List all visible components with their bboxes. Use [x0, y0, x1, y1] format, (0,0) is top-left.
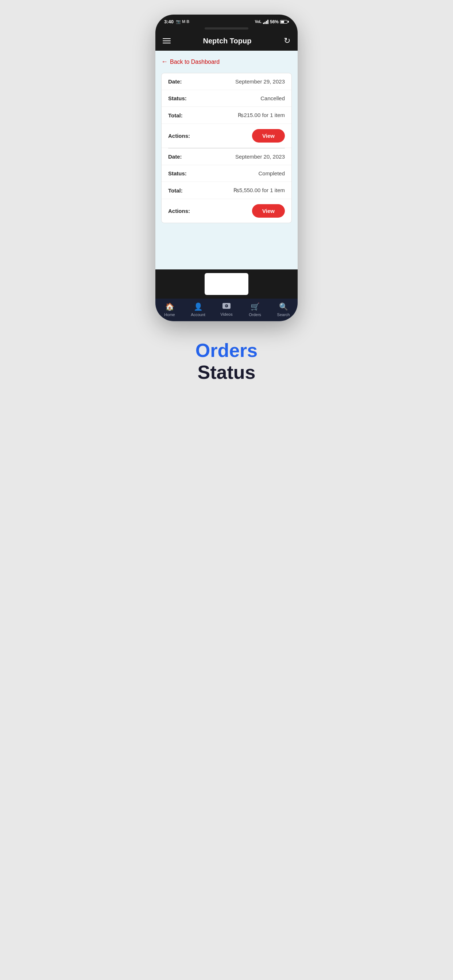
order-2-actions-label: Actions: [168, 208, 190, 214]
refresh-button[interactable]: ↻ [284, 36, 290, 46]
order-item-2: Date: September 20, 2023 Status: Complet… [161, 148, 292, 223]
order-2-total-label: Total: [168, 188, 183, 194]
order-1-total-row: Total: ₨215.00 for 1 item [161, 107, 292, 124]
nav-home-label: Home [164, 312, 175, 317]
account-icon: 👤 [194, 302, 203, 311]
status-bar: 3:40 📷 M B VoL 56% [155, 14, 298, 27]
order-1-actions-label: Actions: [168, 133, 190, 139]
order-1-status-value: Cancelled [260, 95, 285, 101]
card-peek [205, 273, 248, 295]
order-2-actions-row: Actions: View [161, 199, 292, 223]
battery-percentage: 56% [270, 19, 279, 24]
order-2-status-row: Status: Completed [161, 165, 292, 182]
orders-card: Date: September 29, 2023 Status: Cancell… [161, 73, 292, 223]
nav-orders-label: Orders [249, 312, 261, 317]
signal-bars [263, 20, 268, 24]
back-link-label: Back to Dashboard [170, 59, 220, 65]
app-bar: Neptch Topup ↻ [155, 31, 298, 51]
order-1-view-button[interactable]: View [252, 129, 285, 143]
nav-search-label: Search [277, 312, 290, 317]
notification-icons: 📷 M B [176, 19, 189, 24]
order-2-date-label: Date: [168, 153, 182, 160]
notch-area [155, 27, 298, 31]
notch [205, 27, 248, 30]
bottom-nav: 🏠 Home 👤 Account Videos 🛒 Orders 🔍 Sear [155, 299, 298, 321]
order-1-status-label: Status: [168, 95, 187, 101]
order-1-date-row: Date: September 29, 2023 [161, 73, 292, 90]
signal-text: VoL [255, 20, 262, 24]
order-2-total-row: Total: ₨5,550.00 for 1 item [161, 182, 292, 199]
order-2-status-label: Status: [168, 170, 187, 177]
page-title-section: Orders Status [188, 321, 265, 390]
videos-icon [222, 303, 231, 310]
home-icon: 🏠 [165, 302, 174, 311]
order-1-date-label: Date: [168, 78, 182, 84]
battery-icon [280, 20, 289, 24]
nav-item-orders[interactable]: 🛒 Orders [244, 302, 266, 317]
orders-icon: 🛒 [250, 302, 260, 311]
order-1-total-label: Total: [168, 112, 183, 118]
search-icon: 🔍 [279, 302, 288, 311]
order-2-date-row: Date: September 20, 2023 [161, 148, 292, 165]
nav-item-videos[interactable]: Videos [215, 303, 238, 317]
order-1-status-row: Status: Cancelled [161, 90, 292, 107]
page-title-status: Status [196, 361, 258, 383]
nav-item-home[interactable]: 🏠 Home [159, 302, 180, 317]
order-2-status-value: Completed [258, 170, 285, 177]
page-title-orders: Orders [196, 339, 258, 361]
nav-item-search[interactable]: 🔍 Search [273, 302, 294, 317]
order-2-total-value: ₨5,550.00 for 1 item [233, 187, 285, 194]
main-content: ← Back to Dashboard Date: September 29, … [155, 51, 298, 269]
order-1-actions-row: Actions: View [161, 124, 292, 148]
order-1-total-value: ₨215.00 for 1 item [238, 112, 285, 118]
back-arrow-icon: ← [161, 58, 168, 65]
dark-section [155, 269, 298, 299]
time-display: 3:40 [164, 19, 174, 24]
app-title: Neptch Topup [203, 37, 252, 45]
nav-videos-label: Videos [220, 312, 232, 317]
order-item-1: Date: September 29, 2023 Status: Cancell… [161, 73, 292, 148]
nav-item-account[interactable]: 👤 Account [187, 302, 209, 317]
order-1-date-value: September 29, 2023 [235, 78, 285, 84]
order-2-view-button[interactable]: View [252, 204, 285, 218]
phone-frame: 3:40 📷 M B VoL 56% Neptc [155, 14, 298, 321]
hamburger-menu-button[interactable] [163, 38, 171, 43]
order-2-date-value: September 20, 2023 [235, 153, 285, 160]
back-to-dashboard-link[interactable]: ← Back to Dashboard [161, 58, 292, 65]
nav-account-label: Account [191, 312, 205, 317]
